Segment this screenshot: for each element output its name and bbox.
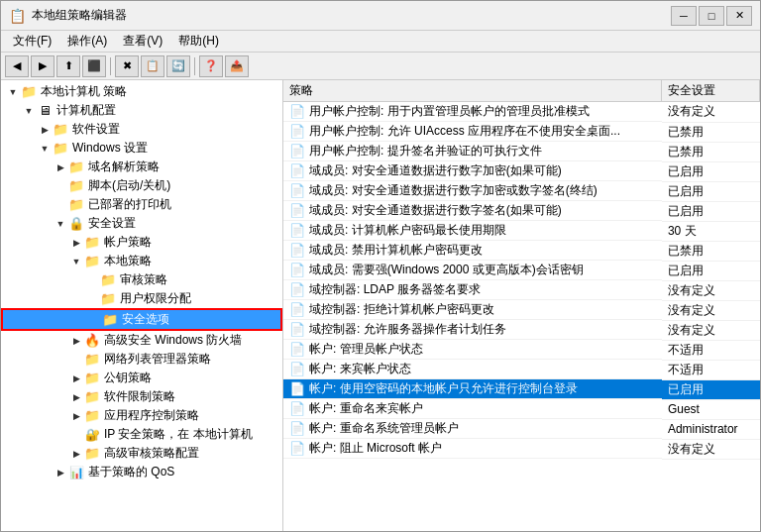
table-row[interactable]: 📄帐户: 重命名来宾帐户Guest (283, 399, 760, 419)
table-row[interactable]: 📄域成员: 对安全通道数据进行数字加密(如果可能)已启用 (283, 161, 760, 181)
table-row[interactable]: 📄域成员: 对安全通道数据进行数字签名(如果可能)已启用 (283, 201, 760, 221)
policy-row-name: 域成员: 对安全通道数据进行数字签名(如果可能) (309, 202, 562, 219)
firewall-icon: 🔥 (84, 333, 100, 349)
windows-toggle[interactable]: ▼ (37, 141, 53, 157)
qos-toggle[interactable]: ▶ (53, 465, 68, 480)
menu-action[interactable]: 操作(A) (59, 31, 115, 52)
tree-firewall[interactable]: ▶ 🔥 高级安全 Windows 防火墙 (1, 331, 282, 350)
tree-ipsec[interactable]: ▶ 🔐 IP 安全策略，在 本地计算机 (1, 425, 282, 444)
tree-software-settings[interactable]: ▶ 📁 软件设置 (1, 120, 282, 139)
tree-computer-config[interactable]: ▼ 🖥 计算机配置 (1, 101, 282, 120)
table-row[interactable]: 📄域成员: 需要强(Windows 2000 或更高版本)会话密钥已启用 (283, 261, 760, 280)
table-row[interactable]: 📄域控制器: 允许服务器操作者计划任务没有定义 (283, 320, 760, 340)
policy-table: 策略 安全设置 📄用户帐户控制: 用于内置管理员帐户的管理员批准模式没有定义📄用… (283, 80, 760, 460)
tree-network-list[interactable]: ▶ 📁 网络列表管理器策略 (1, 350, 282, 369)
toolbar-export[interactable]: 📤 (225, 55, 249, 77)
tree-root[interactable]: ▼ 📁 本地计算机 策略 (1, 82, 282, 101)
table-row[interactable]: 📄域控制器: 拒绝计算机帐户密码更改没有定义 (283, 300, 760, 320)
sw-restrict-label: 软件限制策略 (102, 388, 177, 405)
tree-windows-settings[interactable]: ▼ 📁 Windows 设置 (1, 139, 282, 158)
table-row[interactable]: 📄帐户: 阻止 Microsoft 帐户没有定义 (283, 439, 760, 459)
root-label: 本地计算机 策略 (39, 83, 129, 100)
tree-account-policy[interactable]: ▶ 📁 帐户策略 (1, 233, 282, 252)
windows-label: Windows 设置 (70, 140, 150, 157)
tree-applocker[interactable]: ▶ 📁 应用程序控制策略 (1, 406, 282, 425)
toolbar-back[interactable]: ◀ (5, 55, 29, 77)
table-row[interactable]: 📄域成员: 禁用计算机帐户密码更改已禁用 (283, 241, 760, 261)
toolbar-sep2 (194, 57, 195, 75)
policy-row-name: 域成员: 对安全通道数据进行数字加密或数字签名(终结) (309, 182, 598, 199)
tree-dns[interactable]: ▶ 📁 域名解析策略 (1, 158, 282, 176)
maximize-button[interactable]: □ (699, 6, 724, 26)
user-rights-label: 用户权限分配 (118, 290, 193, 307)
table-row[interactable]: 📄帐户: 管理员帐户状态不适用 (283, 340, 760, 360)
local-toggle[interactable]: ▼ (68, 254, 84, 269)
tree-user-rights[interactable]: ▶ 📁 用户权限分配 (1, 289, 282, 308)
pubkey-toggle[interactable]: ▶ (68, 371, 84, 386)
tree-security-settings[interactable]: ▼ 🔒 安全设置 (1, 214, 282, 233)
table-row[interactable]: 📄域成员: 计算机帐户密码最长使用期限30 天 (283, 221, 760, 241)
security-settings-icon: 🔒 (68, 216, 84, 232)
menu-view[interactable]: 查看(V) (115, 31, 170, 52)
policy-name-cell: 📄用户帐户控制: 用于内置管理员帐户的管理员批准模式 (283, 102, 662, 122)
table-row[interactable]: 📄帐户: 使用空密码的本地帐户只允许进行控制台登录已启用 (283, 379, 760, 399)
toolbar-properties[interactable]: 📋 (141, 55, 164, 77)
table-row[interactable]: 📄域成员: 对安全通道数据进行数字加密或数字签名(终结)已启用 (283, 181, 760, 201)
policy-name-cell: 📄帐户: 重命名来宾帐户 (283, 399, 662, 419)
applocker-toggle[interactable]: ▶ (68, 408, 84, 424)
toolbar-forward[interactable]: ▶ (31, 55, 54, 77)
computer-config-toggle[interactable]: ▼ (21, 103, 37, 119)
software-toggle[interactable]: ▶ (37, 122, 53, 138)
adv-audit-toggle[interactable]: ▶ (68, 446, 84, 462)
net-icon: 📁 (84, 352, 100, 368)
tree-local-policy[interactable]: ▼ 📁 本地策略 (1, 252, 282, 270)
table-row[interactable]: 📄帐户: 重命名系统管理员帐户Administrator (283, 419, 760, 439)
table-row[interactable]: 📄用户帐户控制: 用于内置管理员帐户的管理员批准模式没有定义 (283, 102, 760, 123)
tree-printers[interactable]: ▶ 📁 已部署的打印机 (1, 195, 282, 214)
security-toggle[interactable]: ▼ (53, 216, 68, 232)
sw-restrict-toggle[interactable]: ▶ (68, 389, 84, 405)
tree-scripts[interactable]: ▶ 📁 脚本(启动/关机) (1, 176, 282, 195)
policy-name-cell: 📄域成员: 对安全通道数据进行数字加密或数字签名(终结) (283, 181, 662, 201)
tree-audit[interactable]: ▶ 📁 审核策略 (1, 270, 282, 289)
dns-toggle[interactable]: ▶ (53, 160, 68, 175)
toolbar-up[interactable]: ⬆ (56, 55, 80, 77)
main-content: ▼ 📁 本地计算机 策略 ▼ 🖥 计算机配置 ▶ 📁 软件设置 ▼ 📁 Wind… (1, 80, 760, 531)
policy-security-cell: 已启用 (662, 201, 760, 221)
adv-audit-icon: 📁 (84, 446, 100, 462)
tree-public-key[interactable]: ▶ 📁 公钥策略 (1, 369, 282, 387)
tree-adv-audit[interactable]: ▶ 📁 高级审核策略配置 (1, 444, 282, 463)
tree-qos[interactable]: ▶ 📊 基于策略的 QoS (1, 463, 282, 481)
firewall-toggle[interactable]: ▶ (68, 333, 84, 349)
dns-icon: 📁 (68, 160, 84, 175)
tree-security-options[interactable]: ▶ 📁 安全选项 (1, 308, 282, 331)
account-label: 帐户策略 (102, 234, 154, 251)
table-row[interactable]: 📄帐户: 来宾帐户状态不适用 (283, 360, 760, 379)
table-row[interactable]: 📄用户帐户控制: 允许 UIAccess 应用程序在不使用安全桌面...已禁用 (283, 122, 760, 142)
toolbar-delete[interactable]: ✖ (115, 55, 139, 77)
policy-security-cell: 已启用 (662, 261, 760, 280)
toolbar-refresh[interactable]: 🔄 (166, 55, 190, 77)
toolbar-show-hide[interactable]: ⬛ (82, 55, 106, 77)
policy-security-cell: 不适用 (662, 360, 760, 379)
main-window: 📋 本地组策略编辑器 ─ □ ✕ 文件(F) 操作(A) 查看(V) 帮助(H)… (0, 0, 761, 532)
menu-help[interactable]: 帮助(H) (170, 31, 227, 52)
ipsec-label: IP 安全策略，在 本地计算机 (102, 426, 255, 443)
computer-config-label: 计算机配置 (54, 102, 118, 119)
policy-row-icon: 📄 (289, 401, 305, 416)
close-button[interactable]: ✕ (726, 6, 752, 26)
toolbar-help[interactable]: ❓ (199, 55, 223, 77)
account-toggle[interactable]: ▶ (68, 235, 84, 251)
policy-row-icon: 📄 (289, 124, 305, 139)
menu-file[interactable]: 文件(F) (5, 31, 59, 52)
policy-row-name: 帐户: 重命名来宾帐户 (309, 400, 423, 417)
root-toggle[interactable]: ▼ (5, 84, 21, 100)
policy-row-name: 域控制器: LDAP 服务器签名要求 (309, 281, 481, 298)
audit-label: 审核策略 (118, 271, 169, 288)
tree-sw-restrict[interactable]: ▶ 📁 软件限制策略 (1, 387, 282, 406)
table-row[interactable]: 📄域控制器: LDAP 服务器签名要求没有定义 (283, 280, 760, 300)
minimize-button[interactable]: ─ (671, 6, 697, 26)
firewall-label: 高级安全 Windows 防火墙 (102, 332, 244, 349)
table-row[interactable]: 📄用户帐户控制: 提升签名并验证的可执行文件已禁用 (283, 142, 760, 161)
applocker-label: 应用程序控制策略 (102, 407, 201, 424)
